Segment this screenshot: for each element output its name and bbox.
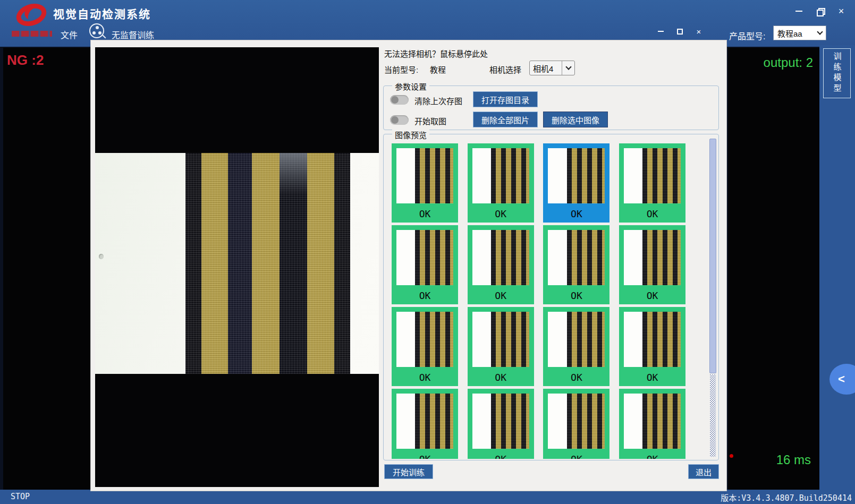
thumbnail-result-label: OK bbox=[468, 290, 534, 301]
thumbnail-result-label: OK bbox=[619, 454, 685, 459]
thumbnail-cell[interactable]: OK bbox=[468, 389, 534, 459]
company-logo-icon bbox=[9, 3, 55, 40]
camera-select-label: 相机选择 bbox=[489, 64, 521, 75]
thumbnail-cell[interactable]: OK bbox=[468, 143, 534, 223]
thumbnail-image bbox=[548, 148, 605, 203]
open-save-dir-button[interactable]: 打开存图目录 bbox=[473, 91, 538, 107]
clear-last-save-label: 清除上次存图 bbox=[414, 95, 462, 106]
product-model-select[interactable]: 教程aa bbox=[773, 25, 826, 40]
thumbnail-cell[interactable]: OK bbox=[619, 389, 685, 459]
chevron-down-icon bbox=[814, 26, 826, 40]
window-minimize-button[interactable] bbox=[791, 4, 807, 18]
elapsed-time-text: 16 ms bbox=[776, 452, 811, 467]
thumbnail-cell[interactable]: OK bbox=[543, 389, 609, 459]
camera-select-value: 相机4 bbox=[530, 63, 562, 74]
thumbnail-cell[interactable]: OK bbox=[619, 307, 685, 386]
glare-highlight bbox=[280, 153, 307, 194]
thumbnail-image bbox=[472, 148, 529, 203]
status-version: 版本:V3.4.3.4807.Build250414 bbox=[721, 492, 852, 503]
chevron-left-icon: < bbox=[838, 372, 845, 386]
right-toolbar: 训练模型 < bbox=[819, 45, 855, 490]
thumbnail-cell[interactable]: OK bbox=[392, 225, 458, 304]
fabric-photo bbox=[95, 153, 379, 374]
camera-hint-text: 无法选择相机？鼠标悬停此处 bbox=[384, 48, 488, 59]
thumbnail-image bbox=[624, 148, 681, 203]
thumbnail-result-label: OK bbox=[392, 454, 458, 459]
status-bar: STOP 版本:V3.4.3.4807.Build250414 bbox=[0, 490, 855, 504]
thumbnail-cell[interactable]: OK bbox=[468, 225, 534, 304]
unsupervised-training-dialog: 无法选择相机？鼠标悬停此处 当前型号: 教程 相机选择 相机4 参数设置 清除上… bbox=[90, 40, 727, 491]
output-count-text: output: 2 bbox=[764, 55, 813, 70]
camera-select[interactable]: 相机4 bbox=[529, 61, 575, 75]
thumbnail-result-label: OK bbox=[543, 208, 609, 219]
thumbnail-result-label: OK bbox=[543, 290, 609, 301]
thumbnail-result-label: OK bbox=[543, 454, 609, 459]
thumbnail-result-label: OK bbox=[543, 372, 609, 383]
thumbnail-result-label: OK bbox=[468, 454, 534, 459]
start-training-button[interactable]: 开始训练 bbox=[384, 464, 433, 479]
thumbnail-grid: OK OK OK OK OK OK OK OK OK OK OK OK OK O… bbox=[385, 135, 707, 459]
thumbnail-image bbox=[472, 312, 529, 367]
photo-artifact-dot bbox=[99, 254, 104, 259]
product-model-value: 教程aa bbox=[774, 28, 814, 39]
scrollbar-track[interactable] bbox=[710, 374, 716, 457]
image-preview-group: 图像预览 OK OK OK OK OK OK OK OK OK OK OK OK bbox=[383, 134, 719, 460]
thumbnail-cell[interactable]: OK bbox=[392, 389, 458, 459]
thumbnail-image bbox=[396, 394, 453, 449]
dialog-maximize-button[interactable] bbox=[673, 25, 687, 37]
thumbnail-image bbox=[396, 148, 453, 203]
param-settings-title: 参数设置 bbox=[392, 81, 429, 92]
scrollbar-thumb[interactable] bbox=[709, 139, 716, 373]
product-model-label: 产品型号: bbox=[729, 29, 765, 42]
thumbnail-cell[interactable]: OK bbox=[392, 143, 458, 223]
thumbnail-image bbox=[624, 394, 681, 449]
thumbnail-cell[interactable]: OK bbox=[619, 225, 685, 304]
dialog-minimize-button[interactable] bbox=[654, 25, 667, 37]
thumbnail-cell[interactable]: OK bbox=[392, 307, 458, 386]
window-close-button[interactable]: × bbox=[833, 4, 849, 18]
unsupervised-training-icon bbox=[89, 23, 107, 41]
collapse-panel-button[interactable]: < bbox=[829, 364, 855, 395]
camera-live-view bbox=[95, 47, 379, 487]
thumbnail-result-label: OK bbox=[392, 290, 458, 301]
chevron-down-icon bbox=[562, 61, 574, 75]
thumbnail-result-label: OK bbox=[619, 208, 685, 219]
thumbnail-result-label: OK bbox=[392, 208, 458, 219]
app-title: 视觉自动检测系统 bbox=[53, 5, 151, 21]
exit-button[interactable]: 退出 bbox=[688, 464, 719, 479]
clear-last-save-toggle[interactable] bbox=[390, 95, 409, 105]
thumbnail-result-label: OK bbox=[468, 372, 534, 383]
delete-all-images-button[interactable]: 删除全部图片 bbox=[473, 112, 538, 127]
param-settings-group: 参数设置 清除上次存图 打开存图目录 开始取图 删除全部图片 删除选中图像 bbox=[383, 86, 719, 130]
start-capture-label: 开始取图 bbox=[414, 115, 446, 126]
thumbnail-result-label: OK bbox=[468, 208, 534, 219]
thumbnail-cell[interactable]: OK bbox=[619, 143, 685, 223]
thumbnail-result-label: OK bbox=[619, 290, 685, 301]
menu-file[interactable]: 文件 bbox=[61, 28, 78, 41]
thumbnail-cell[interactable]: OK bbox=[468, 307, 534, 386]
thumbnail-cell[interactable]: OK bbox=[543, 225, 609, 304]
menu-unsupervised-training[interactable]: 无监督训练 bbox=[112, 28, 154, 41]
left-camera-panel: NG :2 bbox=[3, 48, 90, 490]
delete-selected-image-button[interactable]: 删除选中图像 bbox=[543, 112, 608, 127]
window-restore-button[interactable] bbox=[812, 4, 828, 18]
start-capture-toggle[interactable] bbox=[390, 115, 409, 125]
right-camera-panel: output: 2 16 ms bbox=[728, 48, 819, 490]
red-indicator-dot bbox=[730, 454, 733, 458]
preview-scrollbar[interactable] bbox=[709, 139, 716, 457]
train-model-button[interactable]: 训练模型 bbox=[823, 48, 851, 98]
thumbnail-image bbox=[472, 230, 529, 285]
dialog-close-button[interactable]: × bbox=[692, 25, 706, 37]
thumbnail-image bbox=[624, 312, 681, 367]
thumbnail-result-label: OK bbox=[392, 372, 458, 383]
thumbnail-cell[interactable]: OK bbox=[543, 143, 609, 223]
thumbnail-image bbox=[624, 230, 681, 285]
thumbnail-image bbox=[548, 230, 605, 285]
thumbnail-image bbox=[548, 394, 605, 449]
thumbnail-result-label: OK bbox=[619, 372, 685, 383]
ng-count-text: NG :2 bbox=[7, 52, 44, 69]
thumbnail-cell[interactable]: OK bbox=[543, 307, 609, 386]
thumbnail-image bbox=[548, 312, 605, 367]
fabric-stripes bbox=[185, 153, 350, 374]
thumbnail-clip: OK OK OK OK OK OK OK OK OK OK OK OK OK O… bbox=[385, 135, 707, 459]
